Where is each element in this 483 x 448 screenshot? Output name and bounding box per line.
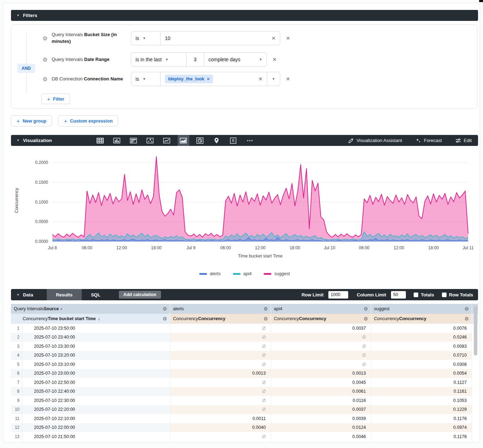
new-group-button[interactable]: + New group bbox=[11, 115, 52, 126]
gear-icon[interactable]: ⚙ bbox=[263, 316, 268, 322]
gear-icon[interactable]: ⚙ bbox=[162, 316, 167, 322]
filter-op-select[interactable]: is▼ bbox=[131, 72, 160, 86]
suggestions-dropdown-button[interactable]: ▼ bbox=[267, 72, 280, 86]
bar-chart-icon[interactable] bbox=[111, 135, 123, 146]
table-chart-icon[interactable] bbox=[94, 135, 106, 146]
time-bucket-cell[interactable]: 2025-07-10 23:10:00 bbox=[22, 360, 170, 369]
gear-icon[interactable]: ⚙ bbox=[363, 306, 368, 312]
measure-value-cell[interactable]: ∅ bbox=[170, 351, 271, 360]
visualization-assistant-button[interactable]: Visualization Assistant bbox=[348, 138, 402, 143]
pivot-value-header-suggest[interactable]: suggest ⚙ bbox=[371, 304, 472, 314]
more-viz-types-icon[interactable] bbox=[244, 135, 256, 146]
measure-value-cell[interactable]: 0.0037 bbox=[271, 405, 371, 414]
column-limit-input[interactable] bbox=[391, 291, 406, 299]
measure-value-cell[interactable]: 0.0013 bbox=[271, 369, 371, 378]
dimension-column-header[interactable]: Concurrency Time bucket start Time ↓ ⚙ bbox=[11, 314, 170, 323]
gear-icon[interactable]: ⚙ bbox=[42, 76, 52, 83]
measure-value-cell[interactable]: ∅ bbox=[271, 360, 371, 369]
measure-value-cell[interactable]: 0.0046 bbox=[271, 432, 371, 441]
time-bucket-cell[interactable]: 2025-07-10 22:40:00 bbox=[22, 387, 170, 396]
filters-section-header[interactable]: ▼ Filters bbox=[11, 10, 478, 21]
clear-value-icon[interactable]: ✕ bbox=[271, 35, 276, 41]
row-chart-icon[interactable] bbox=[128, 135, 139, 146]
time-bucket-cell[interactable]: 2025-07-10 22:50:00 bbox=[22, 378, 170, 387]
measure-value-cell[interactable]: 0.1176 bbox=[371, 432, 472, 441]
time-bucket-cell[interactable]: 2025-07-10 21:50:00 bbox=[22, 432, 170, 441]
measure-value-cell[interactable]: 0.1127 bbox=[371, 378, 472, 387]
measure-value-cell[interactable]: ∅ bbox=[170, 405, 271, 414]
row-limit-input[interactable] bbox=[328, 291, 348, 299]
measure-value-cell[interactable]: 0.0045 bbox=[271, 378, 371, 387]
filter-token-input[interactable]: ldeploy_the_look ✕ ✕ bbox=[161, 72, 267, 86]
time-bucket-cell[interactable]: 2025-07-10 23:20:00 bbox=[22, 351, 170, 360]
pivot-value-header-alerts[interactable]: alerts ⚙ bbox=[170, 304, 271, 314]
gear-icon[interactable]: ⚙ bbox=[464, 316, 469, 322]
measure-value-cell[interactable]: 0.0710 bbox=[371, 351, 472, 360]
collapse-caret-icon[interactable]: ▼ bbox=[17, 14, 19, 17]
filter-number-input[interactable]: 3 bbox=[186, 53, 204, 66]
measure-value-cell[interactable]: 0.0083 bbox=[371, 342, 472, 351]
measure-value-cell[interactable]: 0.0037 bbox=[271, 324, 371, 333]
measure-value-cell[interactable]: 0.0013 bbox=[170, 369, 271, 378]
remove-chip-icon[interactable]: ✕ bbox=[207, 77, 210, 81]
clear-value-icon[interactable]: ✕ bbox=[258, 76, 263, 82]
time-bucket-cell[interactable]: 2025-07-10 23:50:00 bbox=[22, 324, 170, 333]
totals-checkbox[interactable] bbox=[414, 293, 418, 297]
measure-value-cell[interactable]: ∅ bbox=[170, 342, 271, 351]
filter-op-select[interactable]: is▼ bbox=[131, 32, 160, 45]
measure-value-cell[interactable]: 0.1161 bbox=[371, 387, 472, 396]
area-chart-icon[interactable] bbox=[178, 135, 189, 146]
filter-unit-select[interactable]: complete days▼ bbox=[204, 53, 266, 66]
measure-value-cell[interactable]: 0.1176 bbox=[371, 414, 472, 423]
measure-value-cell[interactable]: 0.1053 bbox=[371, 396, 472, 405]
measure-value-cell[interactable]: ∅ bbox=[271, 333, 371, 342]
add-calculation-button[interactable]: Add calculation bbox=[119, 291, 161, 299]
remove-filter-icon[interactable]: ✕ bbox=[272, 57, 277, 62]
measure-value-cell[interactable]: ∅ bbox=[170, 324, 271, 333]
time-bucket-cell[interactable]: 2025-07-10 23:40:00 bbox=[22, 333, 170, 342]
remove-filter-icon[interactable]: ✕ bbox=[286, 35, 290, 41]
measure-column-header[interactable]: Concurrency Concurrency ⚙ bbox=[170, 314, 271, 323]
gear-icon[interactable]: ⚙ bbox=[162, 306, 167, 312]
scatter-plot-icon[interactable] bbox=[144, 135, 156, 146]
measure-value-cell[interactable]: 0.0116 bbox=[271, 396, 371, 405]
measure-value-cell[interactable]: 0.0974 bbox=[371, 423, 472, 432]
measure-value-cell[interactable]: ∅ bbox=[170, 387, 271, 396]
measure-value-cell[interactable]: 0.0039 bbox=[271, 414, 371, 423]
collapse-caret-icon[interactable]: ▼ bbox=[17, 139, 19, 142]
measure-value-cell[interactable]: 0.0076 bbox=[371, 324, 472, 333]
legend-item-alerts[interactable]: alerts bbox=[199, 271, 221, 276]
tab-results[interactable]: Results bbox=[47, 289, 82, 300]
measure-value-cell[interactable]: 0.0308 bbox=[371, 360, 472, 369]
chevron-right-icon[interactable]: › bbox=[61, 306, 62, 311]
remove-filter-icon[interactable]: ✕ bbox=[286, 76, 290, 82]
gear-icon[interactable]: ⚙ bbox=[42, 56, 52, 63]
tab-sql[interactable]: SQL bbox=[82, 289, 110, 300]
forecast-button[interactable]: Forecast bbox=[415, 138, 442, 143]
chart-canvas[interactable]: 0.00000.05000.10000.15000.2000Jul 806:00… bbox=[11, 147, 478, 261]
scrollbar-thumb[interactable] bbox=[474, 306, 477, 356]
filter-value-input[interactable]: 10 ✕ bbox=[161, 32, 280, 45]
time-bucket-cell[interactable]: 2025-07-10 22:10:00 bbox=[22, 414, 170, 423]
legend-item-suggest[interactable]: suggest bbox=[264, 271, 290, 276]
measure-value-cell[interactable]: ∅ bbox=[170, 378, 271, 387]
area-chart[interactable]: 0.00000.05000.10000.15000.2000Jul 806:00… bbox=[11, 147, 478, 280]
map-pin-icon[interactable] bbox=[211, 135, 223, 146]
measure-value-cell[interactable]: ∅ bbox=[271, 351, 371, 360]
measure-value-cell[interactable]: ∅ bbox=[271, 342, 371, 351]
table-scrollbar[interactable] bbox=[474, 305, 477, 442]
measure-column-header[interactable]: Concurrency Concurrency ⚙ bbox=[271, 314, 371, 323]
measure-value-cell[interactable]: 0.0011 bbox=[170, 414, 271, 423]
time-bucket-cell[interactable]: 2025-07-10 23:30:00 bbox=[22, 342, 170, 351]
measure-value-cell[interactable]: 0.0040 bbox=[170, 423, 271, 432]
add-filter-button[interactable]: + Filter bbox=[41, 93, 70, 104]
time-bucket-cell[interactable]: 2025-07-10 23:00:00 bbox=[22, 369, 170, 378]
filter-value-chip[interactable]: ldeploy_the_look ✕ bbox=[165, 75, 213, 83]
row-totals-checkbox[interactable] bbox=[442, 293, 447, 297]
measure-value-cell[interactable]: ∅ bbox=[170, 333, 271, 342]
measure-value-cell[interactable]: 0.0061 bbox=[271, 387, 371, 396]
measure-value-cell[interactable]: ∅ bbox=[170, 432, 271, 441]
collapse-caret-icon[interactable]: ▼ bbox=[17, 293, 19, 296]
measure-value-cell[interactable]: 0.1229 bbox=[371, 405, 472, 414]
gear-icon[interactable]: ⚙ bbox=[363, 316, 368, 322]
